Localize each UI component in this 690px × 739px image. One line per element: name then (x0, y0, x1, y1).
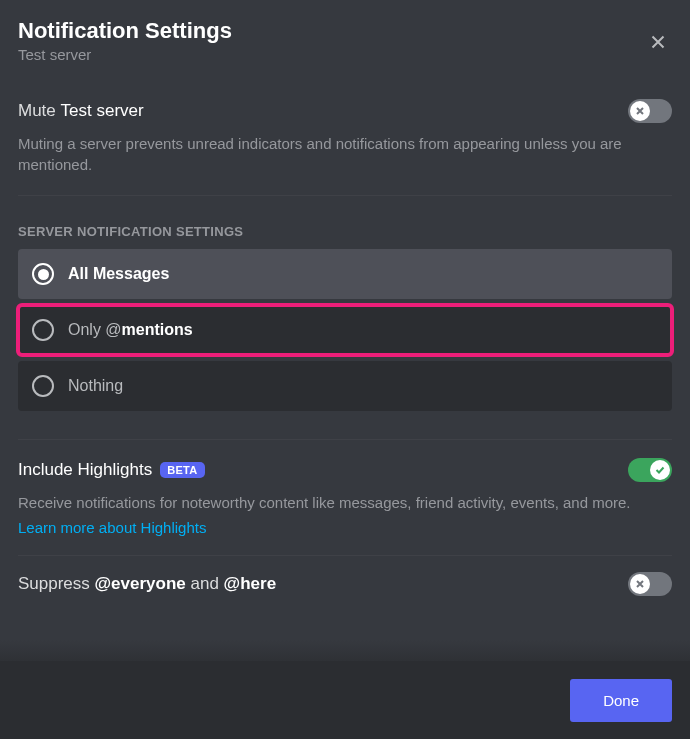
suppress-toggle[interactable] (628, 572, 672, 596)
highlights-section: Include Highlights BETA Receive notifica… (18, 440, 672, 556)
mute-toggle-row: Mute Test server (18, 99, 672, 123)
radio-label: All Messages (68, 265, 169, 283)
toggle-knob (630, 101, 650, 121)
check-icon (654, 464, 666, 476)
suppress-label: Suppress @everyone and @here (18, 574, 276, 594)
server-notification-header: SERVER NOTIFICATION SETTINGS (18, 224, 672, 239)
radio-label: Only @mentions (68, 321, 193, 339)
x-icon (634, 105, 646, 117)
x-icon (634, 578, 646, 590)
highlights-toggle[interactable] (628, 458, 672, 482)
radio-label: Nothing (68, 377, 123, 395)
toggle-knob (650, 460, 670, 480)
suppress-toggle-row: Suppress @everyone and @here (18, 572, 672, 596)
close-icon (647, 31, 669, 53)
highlights-toggle-row: Include Highlights BETA (18, 458, 672, 482)
mute-label: Mute Test server (18, 101, 144, 121)
suppress-section: Suppress @everyone and @here (18, 556, 672, 596)
highlights-label: Include Highlights (18, 460, 152, 480)
done-button[interactable]: Done (570, 679, 672, 722)
radio-nothing[interactable]: Nothing (18, 361, 672, 411)
divider (18, 195, 672, 196)
radio-all-messages[interactable]: All Messages (18, 249, 672, 299)
close-button[interactable] (646, 30, 670, 54)
radio-icon (32, 263, 54, 285)
modal-subtitle: Test server (18, 46, 672, 63)
highlights-label-wrap: Include Highlights BETA (18, 460, 205, 480)
toggle-knob (630, 574, 650, 594)
modal-footer: Done (0, 661, 690, 739)
notification-radio-group: All Messages Only @mentions Nothing (18, 249, 672, 411)
modal-title: Notification Settings (18, 18, 672, 44)
radio-icon (32, 375, 54, 397)
radio-icon (32, 319, 54, 341)
mute-description: Muting a server prevents unread indicato… (18, 133, 672, 175)
beta-badge: BETA (160, 462, 204, 478)
mute-section: Mute Test server Muting a server prevent… (18, 81, 672, 196)
mute-toggle[interactable] (628, 99, 672, 123)
highlights-description: Receive notifications for noteworthy con… (18, 492, 672, 513)
highlights-learn-more-link[interactable]: Learn more about Highlights (18, 519, 206, 536)
radio-only-mentions[interactable]: Only @mentions (18, 305, 672, 355)
modal-header: Notification Settings Test server (0, 0, 690, 81)
modal-content: Mute Test server Muting a server prevent… (0, 81, 690, 651)
